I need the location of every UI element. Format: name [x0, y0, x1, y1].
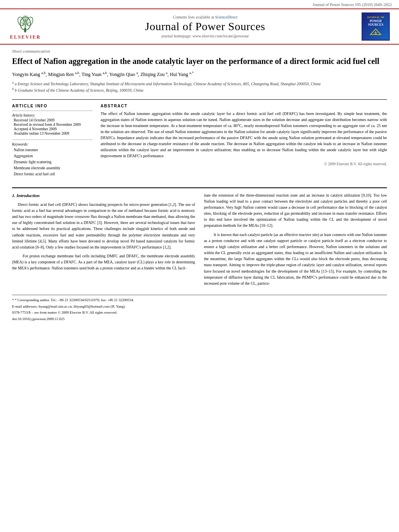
- footnote-section: * * Corresponding author. Tel.: +86 21 3…: [12, 295, 387, 322]
- body-para-4: It is known that each catalyst particle …: [204, 232, 387, 287]
- history-label: Article history:: [12, 113, 93, 117]
- journal-title: Journal of Power Sources: [145, 20, 265, 33]
- affiliations: a a Energy Science and Technology Labora…: [12, 80, 387, 94]
- received-date: Received 14 October 2009: [12, 118, 93, 122]
- body-para-3: itate the extension of the three-dimensi…: [204, 192, 387, 229]
- corresponding-author-footnote: * * Corresponding author. Tel.: +86 21 3…: [12, 298, 387, 303]
- body-section: 1. Introduction Direct formic acid fuel …: [12, 187, 387, 322]
- keyword-5: Direct formic acid fuel cell: [14, 171, 93, 177]
- copyright-line: © 2009 Elsevier B.V. All rights reserved…: [101, 162, 387, 166]
- article-title: Effect of Nafion aggregation in the anod…: [12, 56, 387, 66]
- section1-heading: 1. Introduction: [12, 192, 195, 199]
- email-footnote: E-mail addresses: hyang@mail.sim.ac.cn, …: [12, 304, 387, 310]
- email-addresses: hyang@mail.sim.ac.cn, hliyang65@hotmail.…: [39, 304, 125, 308]
- accepted-date: Accepted 4 November 2009: [12, 127, 93, 131]
- issn-line: 0378-7753/$ – see front matter © 2009 El…: [12, 310, 387, 316]
- keywords-label: Keywords:: [12, 142, 93, 146]
- keyword-1: Nafion ionomer: [14, 147, 93, 153]
- page: Journal of Power Sources 195 (2010) 2649…: [0, 0, 399, 532]
- journal-homepage: journal homepage: www.elsevier.com/locat…: [161, 34, 249, 38]
- keywords-list: Nafion ionomer Aggregation Dynamic light…: [12, 147, 93, 178]
- sciencedirect-label: Contents lists available at ScienceDirec…: [173, 15, 238, 19]
- authors-line: Yongyin Kang a,b, Mingjun Ren a,b, Ting …: [12, 70, 387, 78]
- power-sources-logo-container: JOURNAL OF POWER SOURCES: [360, 12, 392, 41]
- article-history-section: Article history: Received 14 October 200…: [12, 111, 93, 136]
- journal-center: Contents lists available at ScienceDirec…: [51, 12, 360, 41]
- article-info-heading: ARTICLE INFO: [12, 104, 93, 108]
- body-columns: 1. Introduction Direct formic acid fuel …: [12, 192, 387, 290]
- article-content: Short communication Effect of Nafion agg…: [0, 45, 399, 331]
- elsevier-brand-text: ELSEVIER: [10, 34, 41, 40]
- abstract-heading: ABSTRACT: [101, 104, 387, 108]
- elsevier-tree-icon: [13, 13, 37, 33]
- doi-line: doi:10.1016/j.jpowsour.2009.11.025: [12, 316, 387, 322]
- online-date: Available online 13 November 2009: [12, 131, 93, 136]
- keyword-4: Membrane electrode assembly: [14, 165, 93, 171]
- journal-reference-text: Journal of Power Sources 195 (2010) 2649…: [313, 2, 392, 7]
- body-para-2: For proton exchange membrane fuel cells …: [12, 253, 195, 271]
- abstract-column: ABSTRACT The effect of Nafion ionomer ag…: [101, 104, 387, 182]
- elsevier-logo: ELSEVIER: [7, 12, 43, 41]
- keywords-section: Keywords: Nafion ionomer Aggregation Dyn…: [12, 140, 93, 178]
- footnote-star: *: [12, 298, 15, 302]
- body-para-1: Direct formic acid fuel cell (DFAFC) sho…: [12, 201, 195, 250]
- journal-reference-bar: Journal of Power Sources 195 (2010) 2649…: [0, 0, 399, 8]
- corresponding-author-text: * Corresponding author. Tel.: +86 21 322…: [15, 298, 134, 302]
- affiliation-a: a a Energy Science and Technology Labora…: [12, 80, 387, 87]
- revised-date: Received in revised form 4 November 2009: [12, 123, 93, 127]
- sciencedirect-link[interactable]: ScienceDirect: [215, 15, 238, 19]
- abstract-text: The effect of Nafion ionomer aggregation…: [101, 111, 387, 159]
- keyword-2: Aggregation: [14, 153, 93, 159]
- power-sources-logo: JOURNAL OF POWER SOURCES: [362, 12, 390, 41]
- email-label: E-mail addresses:: [12, 304, 38, 308]
- article-type: Short communication: [12, 49, 387, 53]
- article-info-column: ARTICLE INFO Article history: Received 1…: [12, 104, 93, 182]
- journal-header: ELSEVIER Contents lists available at Sci…: [0, 8, 399, 45]
- body-col-left: 1. Introduction Direct formic acid fuel …: [12, 192, 195, 290]
- info-abstract-section: ARTICLE INFO Article history: Received 1…: [12, 99, 387, 182]
- body-col-right: itate the extension of the three-dimensi…: [204, 192, 387, 290]
- keyword-3: Dynamic light scattering: [14, 159, 93, 165]
- affiliation-b: b b Graduate School of the Chinese Acade…: [12, 87, 387, 93]
- authors-text: Yongyin Kang a,b, Mingjun Ren a,b, Ting …: [12, 72, 193, 77]
